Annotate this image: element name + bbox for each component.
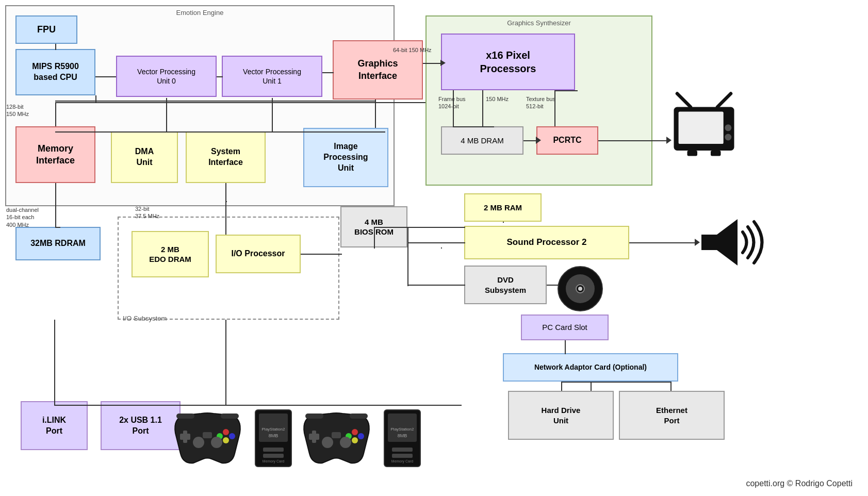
svg-text:Memory Card: Memory Card bbox=[391, 459, 414, 464]
network-adaptor-box: Network Adaptor Card (Optional) bbox=[503, 353, 678, 382]
system-interface-box: System Interface bbox=[186, 131, 266, 183]
ethernet-port-box: Ethernet Port bbox=[619, 391, 725, 440]
x16-pixel-box: x16 Pixel Processors bbox=[441, 34, 575, 90]
svg-text:8MB: 8MB bbox=[269, 433, 279, 438]
image-processing-box: Image Processing Unit bbox=[303, 128, 388, 187]
svg-rect-47 bbox=[392, 448, 413, 452]
svg-point-17 bbox=[229, 433, 235, 439]
svg-rect-48 bbox=[392, 454, 413, 458]
vpu0-box: Vector Processing Unit 0 bbox=[116, 56, 217, 97]
controller1-icon bbox=[170, 407, 245, 474]
memcard2-icon: PlayStation2 8MB Memory Card bbox=[382, 407, 423, 469]
svg-point-13 bbox=[578, 287, 582, 291]
svg-rect-5 bbox=[711, 151, 721, 156]
svg-marker-9 bbox=[717, 219, 738, 266]
svg-rect-24 bbox=[203, 432, 212, 438]
svg-text:PlayStation2: PlayStation2 bbox=[391, 427, 414, 432]
graphics-synthesizer-label: Graphics Synthesizer bbox=[507, 19, 571, 27]
svg-point-6 bbox=[725, 124, 731, 131]
svg-point-19 bbox=[223, 437, 229, 443]
svg-rect-29 bbox=[263, 448, 284, 452]
mhz-150-label: 150 MHz bbox=[486, 95, 509, 103]
hard-drive-box: Hard Drive Unit bbox=[508, 391, 614, 440]
vpu1-box: Vector Processing Unit 1 bbox=[222, 56, 322, 97]
controller2-icon bbox=[299, 407, 374, 474]
dram-4mb-box: 4 MB DRAM bbox=[441, 126, 523, 155]
svg-rect-41 bbox=[350, 414, 368, 419]
svg-line-3 bbox=[717, 94, 731, 107]
svg-point-39 bbox=[340, 437, 351, 448]
bus-64-label: 64-bit 150 MHz bbox=[393, 46, 432, 54]
diagram: Emotion Engine Graphics Synthesizer FPU … bbox=[0, 0, 868, 496]
memory-interface-box: Memory Interface bbox=[15, 126, 95, 183]
svg-point-35 bbox=[358, 433, 364, 439]
copyright: copetti.org © Rodrigo Copetti bbox=[746, 479, 853, 488]
io-subsystem-label: I/O Subsystem bbox=[123, 315, 167, 322]
pc-card-slot-box: PC Card Slot bbox=[521, 315, 609, 340]
rdram-box: 32MB RDRAM bbox=[15, 227, 101, 260]
tv-icon bbox=[670, 90, 738, 157]
svg-text:8MB: 8MB bbox=[398, 433, 407, 438]
bus-32-label: 32-bit37.5 MHz bbox=[135, 205, 159, 220]
svg-point-37 bbox=[352, 437, 358, 443]
emotion-engine-label: Emotion Engine bbox=[176, 9, 224, 16]
speaker-icon bbox=[699, 217, 766, 268]
dual-channel-label: dual-channel16-bit each400 MHz bbox=[6, 206, 39, 228]
svg-rect-42 bbox=[332, 432, 341, 438]
svg-rect-1 bbox=[679, 112, 724, 144]
svg-point-34 bbox=[352, 429, 358, 435]
svg-point-20 bbox=[193, 437, 204, 448]
memcard1-icon: PlayStation2 8MB Memory Card bbox=[253, 407, 294, 469]
svg-text:Memory Card: Memory Card bbox=[263, 459, 285, 464]
frame-bus-label: Frame bus1024-bit bbox=[438, 95, 466, 110]
svg-rect-40 bbox=[305, 414, 323, 419]
svg-line-2 bbox=[677, 94, 691, 107]
svg-point-16 bbox=[223, 429, 229, 435]
dma-unit-box: DMA Unit bbox=[111, 131, 178, 183]
svg-rect-33 bbox=[309, 434, 319, 440]
disc-icon bbox=[557, 266, 603, 312]
bus-128-label: 128-bit150 MHz bbox=[6, 103, 29, 118]
svg-rect-4 bbox=[687, 151, 698, 156]
svg-point-38 bbox=[322, 437, 333, 448]
sound-processor-box: Sound Processor 2 bbox=[464, 226, 629, 259]
svg-rect-30 bbox=[263, 454, 284, 458]
pcrtc-box: PCRTC bbox=[536, 126, 598, 155]
ilink-port-box: i.LINK Port bbox=[21, 401, 88, 450]
svg-point-21 bbox=[211, 437, 222, 448]
svg-rect-23 bbox=[221, 414, 239, 419]
edo-dram-box: 2 MB EDO DRAM bbox=[132, 231, 209, 277]
svg-text:PlayStation2: PlayStation2 bbox=[262, 427, 285, 432]
svg-rect-15 bbox=[180, 434, 190, 440]
io-processor-box: I/O Processor bbox=[216, 235, 301, 273]
ram-2mb-box: 2 MB RAM bbox=[464, 193, 542, 222]
fpu-box: FPU bbox=[15, 15, 77, 44]
dvd-subsystem-box: DVD Subsystem bbox=[464, 266, 547, 304]
svg-rect-22 bbox=[176, 414, 194, 419]
svg-rect-8 bbox=[701, 235, 717, 250]
usb-port-box: 2x USB 1.1 Port bbox=[101, 401, 181, 450]
mips-cpu-box: MIPS R5900 based CPU bbox=[15, 49, 95, 95]
svg-point-7 bbox=[725, 134, 731, 141]
texture-bus-label: Texture bus512-bit bbox=[526, 95, 555, 110]
